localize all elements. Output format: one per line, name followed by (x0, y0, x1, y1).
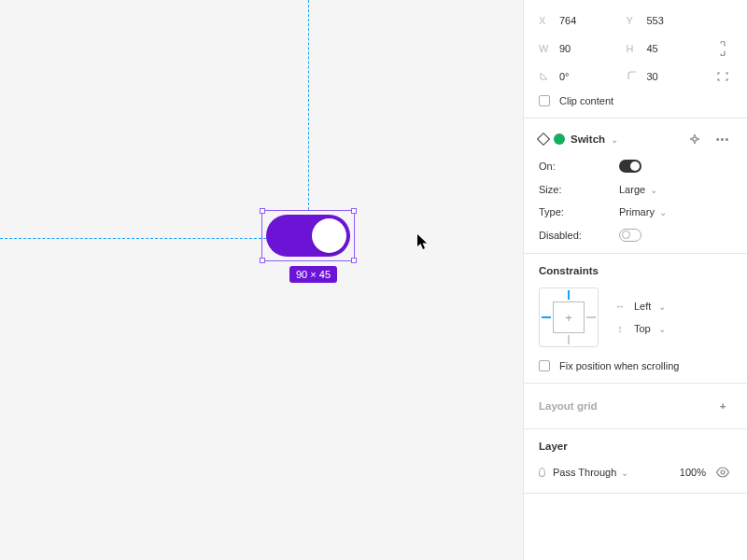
link-dimensions-icon[interactable] (713, 39, 732, 58)
more-options-icon[interactable]: ••• (713, 130, 732, 148)
constraint-vertical-select[interactable]: ↕ Top ⌄ (613, 323, 666, 334)
prop-on-toggle[interactable] (619, 160, 641, 173)
height-field[interactable]: H 45 (627, 43, 714, 54)
prop-type-select[interactable]: Primary ⌄ (619, 206, 667, 217)
go-to-main-icon[interactable] (685, 130, 704, 148)
size-badge: 90 × 45 (289, 266, 337, 283)
angle-icon (539, 70, 550, 83)
resize-handle-bottom-left[interactable] (260, 258, 265, 263)
svg-point-0 (721, 470, 725, 474)
corner-radius-field[interactable]: 30 (627, 70, 714, 83)
fix-position-checkbox[interactable]: Fix position when scrolling (539, 360, 732, 371)
opacity-field[interactable]: 100% (680, 467, 706, 478)
y-field[interactable]: Y 553 (627, 15, 714, 26)
canvas-area[interactable]: 90 × 45 (0, 0, 523, 560)
width-field[interactable]: W 90 (539, 43, 627, 54)
constraint-horizontal-select[interactable]: ↔ Left ⌄ (613, 301, 666, 312)
rotation-field[interactable]: 0° (539, 70, 627, 83)
properties-panel: X 764 Y 553 W 90 H 45 (523, 0, 747, 560)
alignment-guide-horizontal (0, 238, 271, 239)
prop-size-select[interactable]: Large ⌄ (619, 184, 657, 195)
prop-disabled-toggle[interactable] (619, 229, 641, 242)
independent-corners-icon[interactable] (713, 67, 732, 86)
chevron-down-icon: ⌄ (659, 207, 667, 217)
constraints-diagram[interactable]: + (539, 287, 599, 347)
visibility-icon[interactable] (713, 463, 732, 482)
component-icon (537, 133, 550, 146)
chevron-down-icon: ⌄ (650, 185, 657, 195)
clip-content-checkbox[interactable]: Clip content (539, 95, 732, 106)
resize-handle-top-left[interactable] (260, 208, 265, 214)
selection-box (261, 210, 355, 261)
alignment-guide-vertical (308, 0, 309, 210)
component-name[interactable]: Switch (571, 133, 605, 145)
status-dot-icon (554, 133, 565, 145)
layout-grid-section[interactable]: Layout grid + (524, 384, 747, 429)
blend-mode-icon (539, 468, 545, 477)
vertical-icon: ↕ (613, 323, 627, 334)
horizontal-icon: ↔ (613, 301, 627, 312)
add-icon[interactable]: + (713, 397, 732, 415)
cursor-pointer-icon (416, 233, 430, 250)
resize-handle-bottom-right[interactable] (351, 258, 357, 263)
chevron-down-icon[interactable]: ⌄ (611, 134, 618, 145)
corner-radius-icon (627, 70, 638, 83)
blend-mode-select[interactable]: Pass Through ⌄ (553, 467, 628, 478)
constraints-section: Constraints + ↔ Left ⌄ ↕ Top ⌄ (524, 254, 747, 384)
chevron-down-icon: ⌄ (621, 468, 628, 478)
chevron-down-icon: ⌄ (658, 301, 666, 312)
transform-section: X 764 Y 553 W 90 H 45 (524, 0, 747, 119)
layer-section: Layer Pass Through ⌄ 100% (524, 429, 747, 494)
x-field[interactable]: X 764 (539, 15, 627, 26)
resize-handle-top-right[interactable] (351, 208, 357, 214)
chevron-down-icon: ⌄ (658, 324, 666, 334)
component-section: Switch ⌄ ••• On: Size: Large ⌄ Type: Pri… (524, 119, 747, 254)
